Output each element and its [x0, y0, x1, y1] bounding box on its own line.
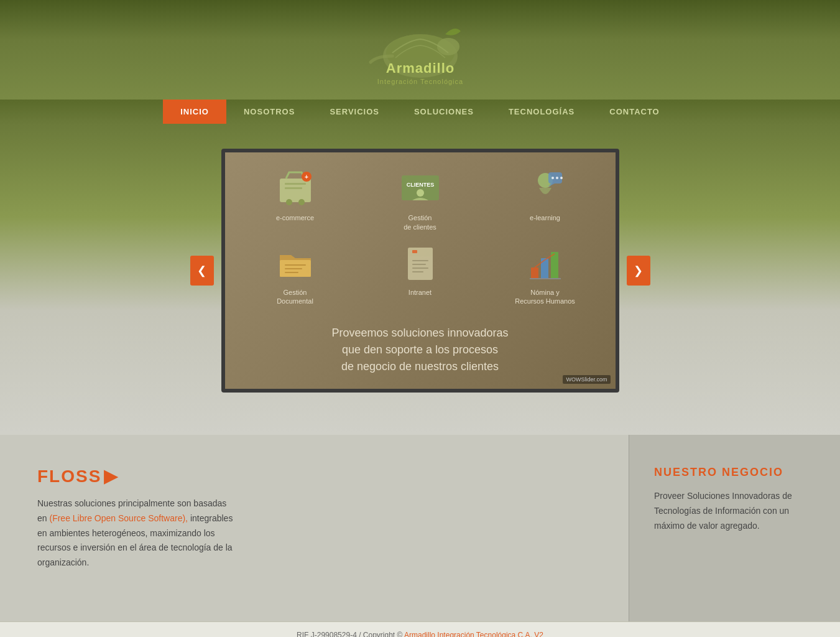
wowslider-badge: WOWSlider.com	[563, 375, 610, 384]
logo-svg: Armadillo Integración Tecnológica	[358, 22, 482, 90]
documental-icon	[274, 243, 317, 283]
svg-rect-9	[285, 187, 302, 189]
slider-prev-button[interactable]: ❮	[190, 256, 214, 286]
svg-rect-30	[412, 250, 417, 253]
elearning-icon-wrapper	[520, 166, 570, 210]
slide-item-ecommerce: + e-commerce	[238, 166, 353, 231]
svg-rect-23	[285, 272, 298, 273]
svg-point-6	[286, 199, 292, 205]
footer-text-before: RIF J-29908529-4 / Copyright ©	[297, 631, 404, 637]
nomina-icon-wrapper	[520, 241, 570, 284]
nav-link-inicio[interactable]: INICIO	[163, 100, 226, 124]
nav-link-contacto[interactable]: CONTACTO	[592, 100, 676, 124]
slide-item-elearning: e-learning	[487, 166, 603, 231]
nomina-icon	[524, 243, 567, 283]
floss-title: FLOSS▶	[37, 466, 591, 486]
slide-icons-grid: + e-commerce CLIENTES	[238, 166, 603, 305]
nav-item-tecnologias[interactable]: TECNOLOGÍAS	[491, 100, 592, 124]
clientes-icon-wrapper: CLIENTES	[395, 166, 445, 210]
svg-rect-27	[412, 264, 426, 265]
slide-item-intranet: Intranet	[362, 241, 478, 306]
slider-wrapper: ❮	[221, 149, 619, 393]
header: Armadillo Integración Tecnológica	[0, 0, 840, 100]
elearning-label: e-learning	[530, 213, 560, 222]
svg-rect-5	[280, 179, 311, 202]
nav-link-soluciones[interactable]: SOLUCIONES	[397, 100, 491, 124]
footer-link[interactable]: Armadillo Integración Tecnológica C.A. V…	[404, 631, 543, 637]
svg-text:Integración Tecnológica: Integración Tecnológica	[377, 78, 463, 85]
ecommerce-icon-wrapper: +	[270, 166, 320, 210]
bottom-left: FLOSS▶ Nuestras soluciones principalment…	[0, 435, 629, 621]
floss-description: Nuestras soluciones principalmente son b…	[37, 496, 236, 570]
svg-point-19	[560, 177, 563, 179]
svg-rect-21	[285, 264, 306, 266]
main-content: ❮	[0, 124, 840, 435]
svg-rect-31	[531, 267, 538, 279]
svg-rect-25	[408, 248, 433, 256]
svg-rect-16	[548, 172, 562, 184]
svg-text:Armadillo: Armadillo	[385, 60, 454, 76]
svg-rect-29	[412, 271, 423, 272]
svg-rect-26	[412, 260, 428, 261]
floss-link[interactable]: (Free Libre Open Source Software),	[49, 513, 188, 523]
nav-item-contacto[interactable]: CONTACTO	[592, 100, 676, 124]
ecommerce-label: e-commerce	[276, 213, 314, 222]
floss-title-text: FLOSS	[37, 467, 101, 486]
floss-arrow-icon: ▶	[104, 466, 119, 486]
svg-rect-8	[285, 183, 306, 185]
nomina-label: Nómina yRecursos Humanos	[515, 288, 575, 306]
ecommerce-icon: +	[274, 169, 317, 207]
clientes-label: Gestiónde clientes	[404, 213, 436, 231]
documental-label: GestiónDocumental	[277, 288, 313, 306]
nav-link-nosotros[interactable]: NOSOTROS	[226, 100, 312, 124]
slider-inner: + e-commerce CLIENTES	[225, 152, 616, 389]
slide-item-documental: GestiónDocumental	[238, 241, 353, 306]
bottom-right: NUESTRO NEGOCIO Proveer Soluciones Innov…	[629, 435, 840, 621]
nav-link-servicios[interactable]: SERVICIOS	[312, 100, 397, 124]
intranet-label: Intranet	[408, 288, 432, 297]
nav-item-soluciones[interactable]: SOLUCIONES	[397, 100, 491, 124]
svg-point-14	[417, 189, 424, 197]
nav-link-tecnologias[interactable]: TECNOLOGÍAS	[491, 100, 592, 124]
negocio-text: Proveer Soluciones Innovadoras de Tecnol…	[654, 489, 815, 533]
slider-container: + e-commerce CLIENTES	[221, 149, 619, 393]
elearning-icon	[524, 169, 567, 207]
documental-icon-wrapper	[270, 241, 320, 284]
svg-text:+: +	[305, 174, 308, 180]
bottom-section: FLOSS▶ Nuestras soluciones principalment…	[0, 435, 840, 621]
svg-text:CLIENTES: CLIENTES	[406, 182, 434, 188]
svg-point-17	[552, 177, 554, 179]
negocio-title: NUESTRO NEGOCIO	[654, 466, 815, 479]
slider-next-button[interactable]: ❯	[627, 256, 650, 286]
svg-rect-28	[412, 267, 428, 269]
svg-point-7	[298, 199, 305, 205]
navigation: INICIO NOSOTROS SERVICIOS SOLUCIONES TEC…	[0, 100, 840, 124]
svg-rect-22	[285, 268, 302, 269]
slide-item-nomina: Nómina yRecursos Humanos	[487, 241, 603, 306]
logo-area: Armadillo Integración Tecnológica	[358, 22, 482, 90]
nav-item-nosotros[interactable]: NOSOTROS	[226, 100, 312, 124]
intranet-icon	[399, 243, 442, 283]
intranet-icon-wrapper	[395, 241, 445, 284]
slide-item-clientes: CLIENTES Gestiónde clientes	[362, 166, 478, 231]
slide-tagline-text: Proveemos soluciones innovadorasque den …	[331, 327, 508, 373]
clientes-icon: CLIENTES	[399, 169, 442, 207]
svg-point-18	[556, 177, 558, 179]
footer: RIF J-29908529-4 / Copyright © Armadillo…	[0, 621, 840, 637]
nav-item-servicios[interactable]: SERVICIOS	[312, 100, 397, 124]
nav-items: INICIO NOSOTROS SERVICIOS SOLUCIONES TEC…	[163, 100, 676, 124]
slide-tagline: Proveemos soluciones innovadorasque den …	[331, 325, 508, 375]
nav-item-inicio[interactable]: INICIO	[163, 100, 226, 124]
